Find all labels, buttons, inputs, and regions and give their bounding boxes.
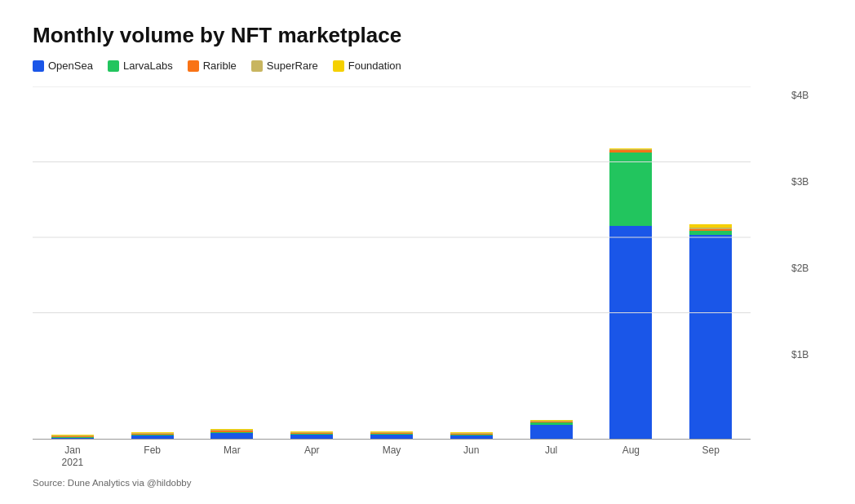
x-label: Mar — [193, 444, 272, 470]
legend-label: Foundation — [348, 60, 401, 72]
bar-stack — [450, 432, 493, 439]
x-axis: Jan2021FebMarAprMayJunJulAugSep — [33, 444, 751, 470]
y-label: $2B — [791, 263, 822, 274]
x-label: May — [352, 444, 432, 470]
y-label: $3B — [791, 176, 822, 188]
bar-stack — [290, 431, 333, 439]
bar-segment-opensea — [210, 433, 253, 439]
bar-stack — [689, 224, 732, 439]
chart-area: Jan2021FebMarAprMayJunJulAugSep $1B$2B$3… — [33, 86, 822, 470]
right-labels: $1B$2B$3B$4B — [786, 86, 822, 470]
bar-stack — [51, 435, 94, 439]
bar-group — [432, 86, 512, 439]
bar-segment-opensea — [609, 226, 652, 439]
x-label: Apr — [272, 444, 352, 470]
bar-segment-opensea — [530, 425, 573, 439]
bar-segment-opensea — [131, 435, 174, 439]
legend-label: OpenSea — [48, 60, 93, 72]
bar-stack — [370, 431, 413, 439]
bar-stack — [609, 148, 652, 439]
legend-item: SuperRare — [251, 60, 318, 72]
legend-swatch — [333, 60, 344, 72]
bar-group — [671, 86, 751, 439]
legend-swatch — [251, 60, 263, 72]
chart-inner: Jan2021FebMarAprMayJunJulAugSep — [33, 86, 786, 470]
legend-label: SuperRare — [267, 60, 318, 72]
x-label: Aug — [591, 444, 671, 470]
chart-container: Monthly volume by NFT marketplace OpenSe… — [0, 0, 855, 504]
legend-swatch — [188, 60, 199, 72]
bar-group — [591, 86, 671, 439]
bar-segment-opensea — [370, 435, 413, 439]
y-label: $1B — [791, 349, 822, 360]
x-label: Feb — [113, 444, 193, 470]
bar-segment-larvalabs — [609, 153, 652, 226]
legend-label: Rarible — [203, 60, 237, 72]
legend-item: OpenSea — [33, 60, 93, 72]
x-label: Jan2021 — [33, 444, 113, 470]
legend-swatch — [108, 60, 119, 72]
bar-segment-opensea — [689, 235, 732, 439]
legend: OpenSea LarvaLabs Rarible SuperRare Foun… — [33, 60, 822, 72]
x-label: Jun — [432, 444, 512, 470]
bar-stack — [131, 432, 174, 439]
bar-segment-opensea — [450, 435, 493, 439]
source-text: Source: Dune Analytics via @hildobby — [33, 478, 822, 488]
legend-swatch — [33, 60, 44, 72]
bar-segment-opensea — [51, 438, 94, 439]
legend-item: LarvaLabs — [108, 60, 173, 72]
legend-item: Rarible — [188, 60, 237, 72]
chart-title: Monthly volume by NFT marketplace — [33, 23, 822, 48]
bar-stack — [210, 429, 253, 438]
bar-group — [33, 86, 113, 439]
y-label: $4B — [791, 90, 822, 101]
bar-group — [352, 86, 432, 439]
bar-group — [272, 86, 352, 439]
bar-stack — [530, 420, 573, 438]
bars-area — [33, 86, 751, 439]
axis-line — [33, 439, 751, 440]
bar-group — [113, 86, 193, 439]
x-label: Sep — [671, 444, 751, 470]
bar-group — [193, 86, 272, 439]
x-label: Jul — [512, 444, 591, 470]
legend-label: LarvaLabs — [123, 60, 173, 72]
bar-segment-opensea — [290, 435, 333, 439]
bar-group — [512, 86, 591, 439]
legend-item: Foundation — [333, 60, 401, 72]
